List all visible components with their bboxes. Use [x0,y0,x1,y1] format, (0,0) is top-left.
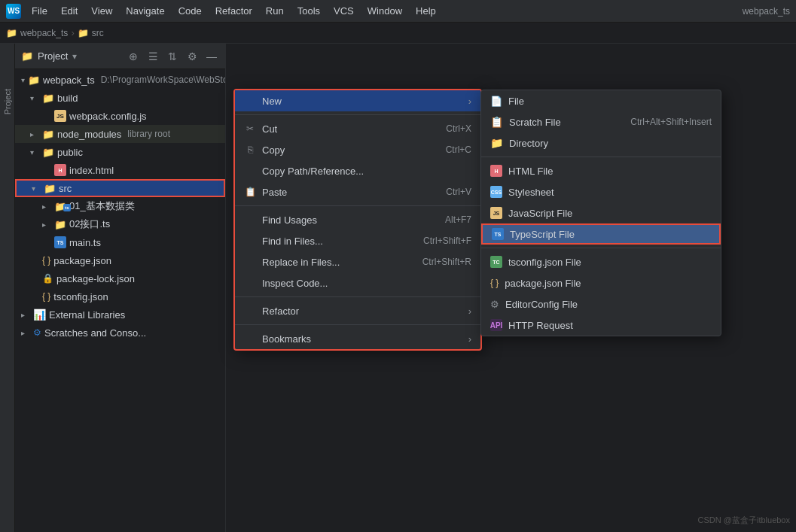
project-tab-label[interactable]: Project [3,89,12,114]
refactor-icon [244,305,256,317]
sub-pkg-label: package.json File [505,278,581,289]
nm-label-muted: library root [127,129,170,139]
menu-run[interactable]: Run [260,3,290,19]
tree-node-modules[interactable]: ▸ 📁 node_modules library root [15,125,225,143]
ctx-bookmarks-arrow: › [468,333,471,345]
build-label: build [57,93,78,104]
sub-ts[interactable]: TS TypeScript File [481,223,721,245]
ts-badge-01: ts [63,204,71,211]
sub-js-label: JavaScript File [508,208,572,219]
menu-code[interactable]: Code [172,3,208,19]
ctx-paste[interactable]: 📋 Paste Ctrl+V [235,181,480,202]
tree-01[interactable]: ▸ 📁 ts 01_基本数据类 [15,197,225,215]
ctx-replace[interactable]: Replace in Files... Ctrl+Shift+R [235,251,480,272]
panel-dropdown[interactable]: ▾ [72,51,77,62]
tree-scratches[interactable]: ▸ ⚙ Scratches and Conso... [15,324,225,342]
ctx-copy[interactable]: ⎘ Copy Ctrl+C [235,139,480,160]
copy-icon: ⎘ [244,144,256,156]
tree-package-lock[interactable]: ▸ 🔒 package-lock.json [15,269,225,287]
ctx-copy-label: Copy [262,144,285,156]
01-label: 01_基本数据类 [69,199,135,213]
expand-btn[interactable]: ⇅ [165,49,180,64]
tree-package-json[interactable]: ▸ { } package.json [15,251,225,269]
ctx-refactor[interactable]: Refactor › [235,300,480,321]
sub-scratch-file[interactable]: 📋 Scratch File Ctrl+Alt+Shift+Insert [481,111,721,132]
menu-file[interactable]: File [26,3,53,19]
settings-btn[interactable]: ⚙ [185,49,200,64]
sub-pkg[interactable]: { } package.json File [481,272,721,293]
tree-root[interactable]: ▾ 📁 webpack_ts D:\ProgramWorkSpace\WebSt… [15,71,225,89]
tsconfig-label: tsconfig.json [53,291,108,302]
bookmarks-icon [244,333,256,345]
sub-editorconfig[interactable]: ⚙ EditorConfig File [481,293,721,315]
ctx-copy-path[interactable]: Copy Path/Reference... [235,160,480,181]
menu-navigate[interactable]: Navigate [120,3,170,19]
ctx-paste-shortcut: Ctrl+V [446,187,471,197]
src-label: src [59,183,72,194]
sub-directory[interactable]: 📁 Directory [481,132,721,154]
close-panel-btn[interactable]: — [204,49,219,64]
sub-scratch-shortcut: Ctrl+Alt+Shift+Insert [630,117,712,127]
ctx-bookmarks-label: Bookmarks [262,333,311,345]
http-icon-sub: API [490,319,502,331]
ctx-inspect[interactable]: Inspect Code... [235,272,480,293]
tree-02[interactable]: ▸ 📁 02接口.ts [15,215,225,233]
ctx-replace-shortcut: Ctrl+Shift+R [422,257,471,267]
ctx-bookmarks[interactable]: Bookmarks › [235,328,480,349]
project-panel: 📁 Project ▾ ⊕ ☰ ⇅ ⚙ — ▾ 📁 webpack_ts D:\… [15,44,226,532]
sub-http[interactable]: API HTTP Request [481,315,721,336]
tree-webpack-config[interactable]: ▸ JS webpack.config.js [15,107,225,125]
tree-src[interactable]: ▾ 📁 src [15,179,225,197]
ctx-cut-label: Cut [262,123,277,135]
tree-public[interactable]: ▾ 📁 public [15,143,225,161]
tree-main-ts[interactable]: ▸ TS main.ts [15,233,225,251]
submenu: 📄 File 📋 Scratch File Ctrl+Alt+Shift+Ins… [480,90,721,336]
panel-header: 📁 Project ▾ ⊕ ☰ ⇅ ⚙ — [15,44,225,69]
menu-edit[interactable]: Edit [55,3,84,19]
tree-tsconfig[interactable]: ▸ { } tsconfig.json [15,287,225,306]
ctx-copy-shortcut: Ctrl+C [446,144,471,155]
ctx-find-usages-shortcut: Alt+F7 [445,214,471,225]
stats-icon: 📊 [33,309,46,321]
ctx-cut[interactable]: ✂ Cut Ctrl+X [235,118,480,139]
collapse-btn[interactable]: ☰ [145,49,160,64]
file-tree: ▾ 📁 webpack_ts D:\ProgramWorkSpace\WebSt… [15,69,225,532]
menu-bar: File Edit View Navigate Code Refactor Ru… [26,3,442,19]
sub-css[interactable]: CSS Stylesheet [481,181,721,202]
ctx-new[interactable]: New › 📄 File 📋 Scratch File Ctrl+Alt+Shi… [235,90,480,111]
breadcrumb-separator: › [71,27,74,38]
titlebar: WS File Edit View Navigate Code Refactor… [0,0,796,23]
tree-build[interactable]: ▾ 📁 build [15,89,225,107]
menu-vcs[interactable]: VCS [328,3,360,19]
package-json-label: package.json [53,255,111,266]
app-logo: WS [6,4,21,19]
sub-file[interactable]: 📄 File [481,90,721,111]
sub-html[interactable]: H HTML File [481,160,721,181]
ctx-refactor-arrow: › [468,306,471,317]
locate-btn[interactable]: ⊕ [126,49,141,64]
menu-window[interactable]: Window [361,3,408,19]
root-label: webpack_ts [43,74,95,86]
ctx-find-usages[interactable]: Find Usages Alt+F7 [235,209,480,230]
tree-external-libs[interactable]: ▸ 📊 External Libraries [15,306,225,324]
breadcrumb: 📁 webpack_ts › 📁 src [0,23,796,44]
breadcrumb-project[interactable]: 📁 webpack_ts [6,28,68,38]
lock-icon: 🔒 [42,273,53,284]
main-ts-label: main.ts [69,237,101,248]
menu-tools[interactable]: Tools [291,3,326,19]
folder-icon-2: 📁 [78,28,89,38]
menu-help[interactable]: Help [410,3,442,19]
ctx-new-label: New [262,96,282,107]
sub-tsconfig[interactable]: TC tsconfig.json File [481,251,721,272]
watermark: CSDN @蓝盒子itbluebox [698,515,790,526]
sub-css-label: Stylesheet [508,187,554,198]
menu-refactor[interactable]: Refactor [209,3,258,19]
menu-view[interactable]: View [85,3,118,19]
find-usages-icon [244,214,256,226]
ctx-find-in-files[interactable]: Find in Files... Ctrl+Shift+F [235,230,480,251]
sub-js[interactable]: JS JavaScript File [481,202,721,223]
ts-icon-sub: TS [492,228,504,240]
breadcrumb-src[interactable]: 📁 src [78,28,104,38]
tree-index-html[interactable]: ▸ H index.html [15,161,225,179]
new-icon [244,95,256,107]
